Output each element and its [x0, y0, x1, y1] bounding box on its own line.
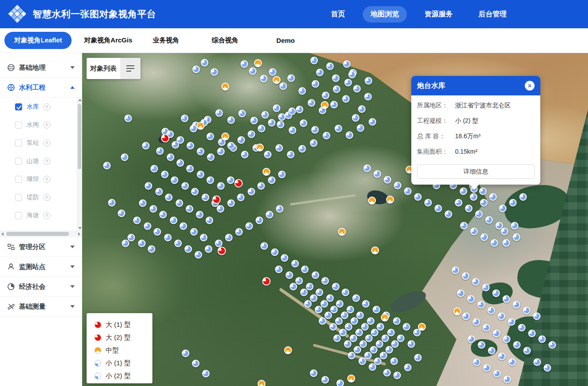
reservoir-marker-small[interactable] [404, 188, 412, 195]
reservoir-marker-small[interactable] [520, 193, 527, 201]
reservoir-marker-small[interactable] [151, 165, 158, 173]
reservoir-marker-medium[interactable] [221, 83, 229, 91]
reservoir-marker-small[interactable] [371, 329, 379, 337]
pump-station-checkbox[interactable] [15, 140, 22, 147]
reservoir-marker-small[interactable] [374, 170, 381, 178]
reservoir-marker-small[interactable] [445, 211, 452, 218]
reservoir-marker-small[interactable] [312, 272, 319, 279]
reservoir-marker-small[interactable] [478, 341, 486, 349]
info-icon[interactable]: T [43, 176, 50, 183]
reservoir-marker-small[interactable] [170, 217, 178, 224]
reservoir-marker-small[interactable] [335, 318, 343, 325]
reservoir-marker-small[interactable] [486, 216, 493, 224]
reservoir-marker-small[interactable] [288, 108, 296, 115]
reservoir-marker-small[interactable] [462, 272, 470, 280]
reservoir-marker-small[interactable] [465, 205, 473, 212]
reservoir-marker-small[interactable] [185, 246, 192, 253]
nav-item-admin[interactable]: 后台管理 [470, 6, 515, 23]
reservoir-marker-small[interactable] [182, 182, 189, 190]
reservoir-marker-small[interactable] [493, 330, 501, 337]
reservoir-marker-small[interactable] [483, 324, 490, 332]
layer-item-reservoir[interactable]: 水库 T [0, 98, 82, 116]
reservoir-marker-small[interactable] [488, 347, 496, 355]
reservoir-marker-medium[interactable] [258, 380, 266, 386]
reservoir-marker-small[interactable] [300, 120, 307, 127]
reservoir-marker-small[interactable] [468, 336, 475, 343]
reservoir-marker-small[interactable] [467, 295, 475, 303]
reservoir-marker-small[interactable] [342, 289, 349, 296]
reservoir-marker-small[interactable] [164, 234, 172, 242]
horizontal-scrollbar[interactable] [0, 231, 82, 237]
reservoir-marker-small[interactable] [150, 205, 157, 213]
reservoir-marker-small[interactable] [350, 335, 357, 342]
reservoir-marker-small[interactable] [353, 295, 360, 302]
reservoir-marker-small[interactable] [365, 77, 372, 85]
reservoir-marker-small[interactable] [480, 199, 488, 207]
reservoir-marker-small[interactable] [133, 217, 141, 224]
reservoir-marker-small[interactable] [180, 223, 187, 230]
reservoir-marker-small[interactable] [345, 323, 353, 331]
info-icon[interactable]: T [43, 121, 50, 129]
reservoir-marker-small[interactable] [354, 346, 361, 354]
reservoir-marker-small[interactable] [201, 59, 209, 67]
reservoir-marker-small[interactable] [269, 68, 277, 76]
reservoir-marker-small[interactable] [364, 93, 372, 101]
reservoir-marker-small[interactable] [356, 329, 363, 337]
dike-checkbox[interactable] [15, 194, 22, 201]
scroll-left-arrow[interactable] [1, 232, 4, 236]
reservoir-marker-small[interactable] [344, 341, 352, 348]
reservoir-marker-small[interactable] [357, 125, 364, 132]
reservoir-marker-small[interactable] [319, 318, 326, 325]
reservoir-marker-small[interactable] [217, 148, 225, 155]
reservoir-marker-small[interactable] [325, 312, 332, 319]
reservoir-marker-small[interactable] [386, 346, 393, 354]
mountain-pond-checkbox[interactable] [15, 158, 22, 165]
reservoir-marker-small[interactable] [250, 117, 258, 125]
reservoir-marker-small[interactable] [511, 222, 519, 230]
reservoir-marker-small[interactable] [156, 188, 163, 196]
reservoir-marker-small[interactable] [273, 105, 281, 112]
reservoir-marker-small[interactable] [217, 205, 224, 213]
nav-item-home[interactable]: 首页 [323, 6, 353, 23]
reservoir-checkbox[interactable] [15, 103, 22, 110]
reservoir-marker-small[interactable] [215, 240, 223, 247]
reservoir-marker-small[interactable] [304, 300, 312, 308]
reservoir-marker-medium[interactable] [256, 144, 264, 151]
reservoir-marker-small[interactable] [323, 132, 330, 140]
reservoir-marker-small[interactable] [128, 234, 135, 242]
reservoir-marker-small[interactable] [281, 254, 288, 262]
reservoir-marker-small[interactable] [383, 369, 391, 377]
seawall-checkbox[interactable] [15, 212, 22, 219]
reservoir-marker-small[interactable] [211, 68, 218, 76]
reservoir-marker-small[interactable] [393, 318, 401, 325]
reservoir-marker-small[interactable] [176, 200, 183, 207]
reservoir-marker-small[interactable] [483, 364, 491, 372]
reservoir-marker-small[interactable] [278, 171, 286, 178]
reservoir-marker-small[interactable] [300, 289, 308, 296]
reservoir-marker-small[interactable] [493, 370, 501, 378]
reservoir-marker-small[interactable] [217, 182, 225, 190]
reservoir-marker-small[interactable] [238, 136, 245, 144]
reservoir-marker-small[interactable] [249, 68, 257, 75]
reservoir-marker-small[interactable] [341, 312, 349, 319]
reservoir-marker-small[interactable] [290, 283, 297, 291]
reservoir-marker-small[interactable] [524, 347, 531, 355]
sidebar-group-economy-society[interactable]: 经济社会 [0, 277, 82, 297]
reservoir-marker-small[interactable] [362, 300, 370, 308]
reservoir-marker-small[interactable] [275, 266, 283, 273]
reservoir-marker-small[interactable] [501, 228, 508, 235]
reservoir-marker-small[interactable] [391, 341, 399, 348]
reservoir-marker-medium[interactable] [197, 122, 205, 130]
reservoir-marker-small[interactable] [549, 341, 556, 349]
reservoir-marker-small[interactable] [301, 266, 309, 273]
reservoir-marker-small[interactable] [475, 211, 483, 218]
reservoir-marker-small[interactable] [287, 151, 295, 159]
reservoir-marker-small[interactable] [292, 260, 299, 268]
reservoir-marker-small[interactable] [190, 228, 198, 236]
reservoir-marker-medium[interactable] [381, 314, 389, 322]
reservoir-marker-small[interactable] [353, 85, 361, 93]
reservoir-marker-small[interactable] [336, 300, 344, 308]
reservoir-marker-medium[interactable] [254, 59, 262, 67]
reservoir-marker-small[interactable] [332, 75, 340, 82]
reservoir-marker-small[interactable] [504, 376, 511, 383]
